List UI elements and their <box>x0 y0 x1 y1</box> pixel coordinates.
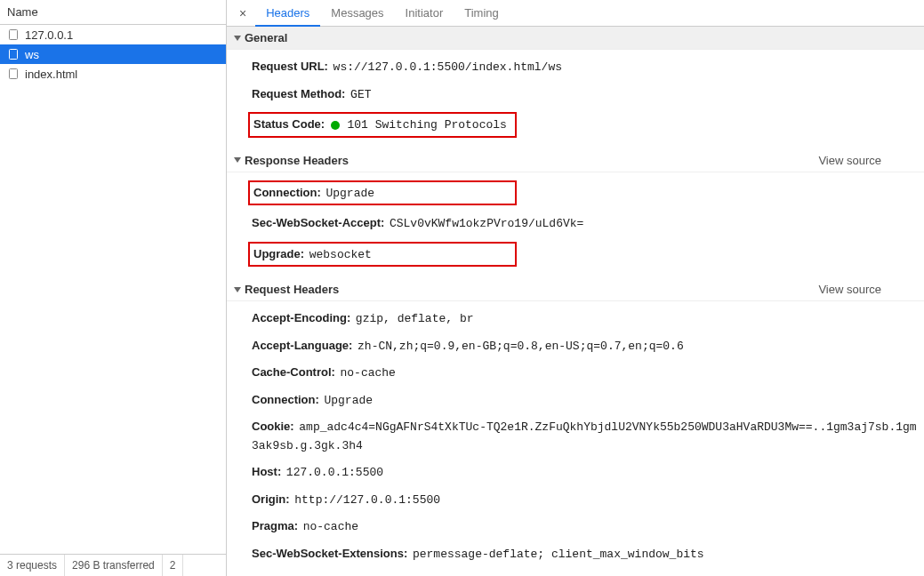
highlight-annotation: Upgrade: websocket <box>248 242 517 268</box>
label: Origin: <box>252 492 290 506</box>
request-row[interactable]: ws <box>0 44 226 64</box>
label: Cache-Control: <box>252 365 335 379</box>
view-source-link[interactable]: View source <box>818 283 917 296</box>
value: no-cache <box>303 520 358 533</box>
value: 101 Switching Protocols <box>347 118 506 132</box>
chevron-down-icon <box>234 36 241 41</box>
sidebar-footer: 3 requests 296 B transferred 2 <box>0 554 226 576</box>
request-row[interactable]: index.html <box>0 64 226 84</box>
label: Sec-WebSocket-Accept: <box>252 216 384 229</box>
value: no-cache <box>341 366 396 380</box>
sidebar-header: Name <box>0 0 226 25</box>
label: Pragma: <box>252 519 298 532</box>
general-rows: Request URL: ws://127.0.0.1:5500/index.h… <box>227 50 924 149</box>
section-response-headers[interactable]: Response Headers View source <box>227 149 924 172</box>
chevron-down-icon <box>234 287 241 292</box>
document-icon <box>7 68 20 80</box>
request-name: 127.0.0.1 <box>25 28 73 42</box>
cache-control-row: Cache-Control: no-cache <box>227 359 924 387</box>
tab-headers[interactable]: Headers <box>255 1 320 27</box>
svg-rect-2 <box>10 69 18 79</box>
headers-content: General Request URL: ws://127.0.0.1:5500… <box>227 27 924 576</box>
value: GET <box>350 88 371 101</box>
value: amp_adc4c4=NGgAFNrS4tXkTUc-TQ2e1R.ZzFuQk… <box>252 420 917 452</box>
accept-encoding-row: Accept-Encoding: gzip, deflate, br <box>227 305 924 332</box>
request-name: index.html <box>25 68 77 81</box>
value: 127.0.0.1:5500 <box>286 466 383 479</box>
request-name: ws <box>25 48 39 61</box>
value: websocket <box>309 248 372 261</box>
request-rows: Accept-Encoding: gzip, deflate, br Accep… <box>227 301 924 576</box>
svg-rect-1 <box>10 50 18 60</box>
request-url-row: Request URL: ws://127.0.0.1:5500/index.h… <box>227 53 924 81</box>
origin-row: Origin: http://127.0.0.1:5500 <box>227 486 924 514</box>
connection-row: Connection: Upgrade <box>227 387 924 414</box>
section-label: Response Headers <box>245 154 349 167</box>
response-rows: Connection: Upgrade Sec-WebSocket-Accept… <box>227 172 924 279</box>
value: CSLv0vKWfw1okzPVro19/uLd6Vk= <box>390 217 583 230</box>
document-icon <box>7 28 20 41</box>
host-row: Host: 127.0.0.1:5500 <box>227 459 924 486</box>
label: Upgrade: <box>253 247 304 260</box>
sec-ws-ext-row: Sec-WebSocket-Extensions: permessage-def… <box>227 540 924 568</box>
label: Connection: <box>252 393 319 406</box>
network-sidebar: Name 127.0.0.1 ws index.html 3 requests … <box>0 0 227 576</box>
cookie-row: Cookie: amp_adc4c4=NGgAFNrS4tXkTUc-TQ2e1… <box>227 413 924 459</box>
document-icon <box>7 48 20 60</box>
label: Request Method: <box>252 87 345 100</box>
label: Status Code: <box>253 117 325 131</box>
value: ws://127.0.0.1:5500/index.html/ws <box>333 60 562 74</box>
footer-extra: 2 <box>163 555 184 576</box>
section-label: Request Headers <box>245 283 339 296</box>
section-request-headers[interactable]: Request Headers View source <box>227 278 924 301</box>
sec-ws-accept-row: Sec-WebSocket-Accept: CSLv0vKWfw1okzPVro… <box>227 210 924 237</box>
value: Upgrade <box>324 394 373 407</box>
highlight-annotation: Connection: Upgrade <box>248 180 517 206</box>
value: permessage-deflate; client_max_window_bi… <box>413 548 704 561</box>
connection-row: Connection: Upgrade <box>227 176 924 211</box>
upgrade-row: Upgrade: websocket <box>227 237 924 272</box>
svg-rect-0 <box>10 30 18 40</box>
tab-initiator[interactable]: Initiator <box>395 1 454 25</box>
value: gzip, deflate, br <box>356 312 474 325</box>
sec-ws-key-row: Sec-WebSocket-Key: zcqaHRPW76Rdr1VCQG+CL… <box>227 567 924 576</box>
tab-messages[interactable]: Messages <box>320 1 394 25</box>
close-icon[interactable]: × <box>230 6 255 20</box>
section-label: General <box>245 31 287 44</box>
request-list: 127.0.0.1 ws index.html <box>0 25 226 554</box>
label: Sec-WebSocket-Extensions: <box>252 547 407 560</box>
label: Cookie: <box>252 420 294 433</box>
label: Host: <box>252 465 281 478</box>
section-general[interactable]: General <box>227 27 924 50</box>
pragma-row: Pragma: no-cache <box>227 513 924 540</box>
value: Upgrade <box>325 187 374 200</box>
label: Accept-Encoding: <box>252 311 350 324</box>
tab-timing[interactable]: Timing <box>454 1 510 25</box>
value: http://127.0.0.1:5500 <box>294 493 440 507</box>
request-method-row: Request Method: GET <box>227 81 924 108</box>
tab-bar: × Headers Messages Initiator Timing <box>227 0 924 27</box>
request-row[interactable]: 127.0.0.1 <box>0 25 226 44</box>
label: Accept-Language: <box>252 339 352 352</box>
chevron-down-icon <box>234 157 241 163</box>
requests-count: 3 requests <box>0 555 65 576</box>
accept-language-row: Accept-Language: zh-CN,zh;q=0.9,en-GB;q=… <box>227 332 924 360</box>
highlight-annotation: Status Code: 101 Switching Protocols <box>248 112 517 138</box>
label: Request URL: <box>252 60 328 73</box>
status-dot-icon <box>331 121 340 130</box>
status-code-row: Status Code: 101 Switching Protocols <box>227 108 924 142</box>
label: Connection: <box>253 186 321 199</box>
view-source-link[interactable]: View source <box>818 154 917 167</box>
transferred-size: 296 B transferred <box>65 555 163 576</box>
value: zh-CN,zh;q=0.9,en-GB;q=0.8,en-US;q=0.7,e… <box>358 340 684 353</box>
main-panel: × Headers Messages Initiator Timing Gene… <box>227 0 924 576</box>
